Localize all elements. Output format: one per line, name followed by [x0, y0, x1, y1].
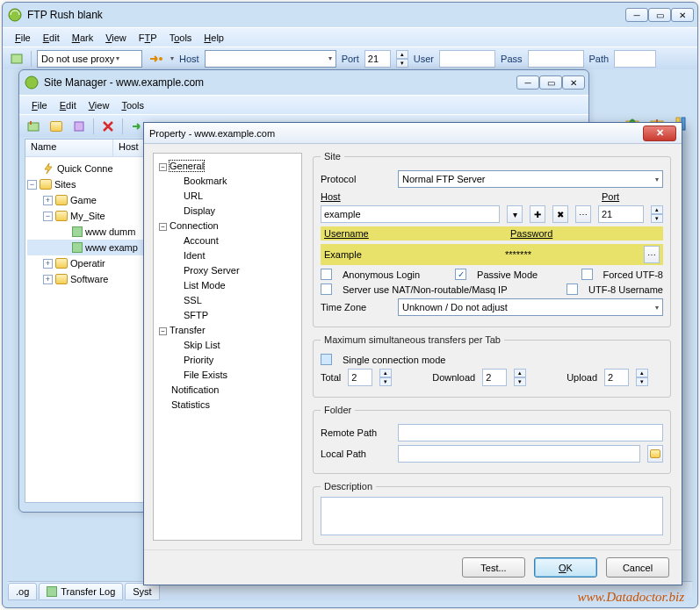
remote-label: Remote Path [321, 427, 391, 438]
utf8user-checkbox[interactable] [566, 283, 578, 295]
protocol-combo[interactable]: Normal FTP Server▾ [398, 170, 663, 188]
tz-combo[interactable]: Unknown / Do not adjust▾ [398, 298, 663, 316]
collapse-icon[interactable]: − [43, 212, 53, 221]
total-spinner[interactable]: ▴▾ [379, 369, 392, 386]
test-button[interactable]: Test... [462, 557, 525, 578]
nav-statistics[interactable]: Statistics [159, 398, 296, 413]
nav-sftp[interactable]: SFTP [159, 308, 296, 323]
single-checkbox[interactable] [321, 354, 332, 365]
nav-priority[interactable]: Priority [159, 353, 296, 368]
menu-view[interactable]: View [100, 31, 132, 45]
sm-titlebar[interactable]: Site Manager - www.example.com ─ ▭ ✕ [19, 70, 588, 95]
menu-tools[interactable]: Tools [164, 31, 198, 45]
tab-log[interactable]: .og [8, 583, 37, 600]
browse-folder-icon[interactable] [647, 445, 663, 463]
download-spinner[interactable]: ▴▾ [514, 369, 526, 386]
nav-url[interactable]: URL [159, 189, 296, 204]
port-spinner[interactable]: ▴▾ [396, 50, 408, 68]
nav-bookmark[interactable]: Bookmark [159, 174, 296, 189]
nav-ident[interactable]: Ident [159, 248, 296, 263]
nav-skip[interactable]: Skip List [159, 338, 296, 353]
port-input[interactable] [364, 50, 391, 68]
nav-account[interactable]: Account [159, 233, 296, 248]
nav-fileexists[interactable]: File Exists [159, 368, 296, 383]
max-button[interactable]: ▭ [648, 8, 671, 22]
upload-label: Upload [566, 372, 597, 383]
forced-checkbox[interactable] [581, 269, 593, 280]
host-dropdown-icon[interactable]: ▾ [507, 205, 523, 223]
user-input[interactable] [439, 50, 495, 68]
cancel-button[interactable]: Cancel [606, 557, 669, 578]
remote-input[interactable] [398, 424, 663, 441]
min-button[interactable]: ─ [625, 8, 648, 22]
nav-general[interactable]: −General [159, 159, 296, 174]
menu-help[interactable]: Help [198, 31, 229, 45]
total-input[interactable] [348, 369, 372, 386]
menu-mark[interactable]: Mark [67, 31, 98, 45]
nav-proxy[interactable]: Proxy Server [159, 263, 296, 278]
col-name[interactable]: Name [25, 140, 113, 156]
description-legend: Description [321, 481, 376, 492]
nav-transfer[interactable]: −Transfer [159, 323, 296, 338]
upload-input[interactable] [604, 369, 629, 386]
menu-edit[interactable]: Edit [38, 31, 65, 45]
username-value[interactable]: Example [324, 249, 498, 260]
upload-spinner[interactable]: ▴▾ [636, 369, 648, 386]
toolbar-icon-1[interactable] [8, 50, 25, 68]
password-more-icon[interactable]: ⋯ [644, 246, 660, 263]
nav-listmode[interactable]: List Mode [159, 278, 296, 293]
sm-menu-view[interactable]: View [83, 98, 115, 112]
expand-icon[interactable]: + [43, 275, 53, 284]
property-titlebar[interactable]: Property - www.example.com ✕ [144, 123, 682, 144]
watermark: www.Datadoctor.biz [578, 590, 684, 605]
close-button[interactable]: ✕ [671, 8, 694, 22]
sm-close-button[interactable]: ✕ [562, 75, 585, 90]
site-fieldset: Site Protocol Normal FTP Server▾ Host Po… [313, 151, 671, 327]
transfer-icon [47, 586, 57, 597]
ok-button[interactable]: OK [534, 557, 597, 578]
collapse-icon[interactable]: − [27, 180, 37, 190]
transfers-fieldset: Maximum simultaneous transfers per Tab S… [313, 334, 671, 398]
pass-input[interactable] [528, 50, 584, 68]
port-spinner[interactable]: ▴▾ [651, 205, 663, 223]
description-textarea[interactable] [321, 497, 663, 535]
sm-menu-file[interactable]: File [26, 98, 53, 112]
host-add-icon[interactable]: ✚ [530, 205, 545, 223]
sm-min-button[interactable]: ─ [516, 75, 539, 90]
tab-transfer[interactable]: Transfer Log [39, 583, 123, 600]
col-host[interactable]: Host [113, 140, 145, 156]
sm-tb-delete[interactable] [99, 118, 117, 135]
menu-ftp[interactable]: FTP [134, 31, 162, 45]
port-input[interactable] [598, 205, 644, 223]
nav-ssl[interactable]: SSL [159, 293, 296, 308]
download-input[interactable] [482, 369, 507, 386]
host-remove-icon[interactable]: ✖ [552, 205, 568, 223]
path-input[interactable] [614, 50, 656, 68]
host-combo[interactable]: ▾ [205, 50, 336, 68]
host-input[interactable] [321, 205, 500, 223]
password-value[interactable]: ******* [505, 249, 637, 260]
sm-menu-tools[interactable]: Tools [116, 98, 149, 112]
menu-file[interactable]: File [10, 31, 36, 45]
host-more-icon[interactable]: ⋯ [575, 205, 591, 223]
nat-checkbox[interactable] [321, 283, 332, 295]
main-titlebar[interactable]: FTP Rush blank ─ ▭ ✕ [3, 3, 697, 27]
connect-icon[interactable] [148, 50, 165, 68]
anon-checkbox[interactable] [321, 269, 332, 280]
nav-connection[interactable]: −Connection [159, 219, 296, 233]
expand-icon[interactable]: + [43, 259, 53, 269]
local-input[interactable] [398, 445, 640, 463]
sm-menu-edit[interactable]: Edit [54, 98, 82, 112]
sm-tb-1[interactable] [25, 118, 42, 135]
property-dialog: Property - www.example.com ✕ −General Bo… [143, 122, 682, 585]
pasv-checkbox[interactable]: ✓ [455, 269, 466, 280]
nav-notification[interactable]: Notification [159, 383, 296, 398]
sm-max-button[interactable]: ▭ [539, 75, 562, 90]
expand-icon[interactable]: + [43, 196, 53, 205]
property-nav-tree: −General Bookmark URL Display −Connectio… [153, 153, 302, 541]
property-close-button[interactable]: ✕ [643, 126, 676, 141]
proxy-combo[interactable]: Do not use proxy▾ [37, 50, 142, 68]
sm-tb-2[interactable] [47, 118, 65, 135]
nav-display[interactable]: Display [159, 204, 296, 219]
sm-tb-3[interactable] [70, 118, 88, 135]
